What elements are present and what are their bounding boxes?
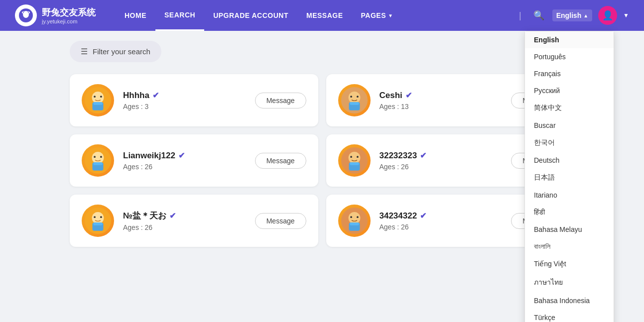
user-info-4: №盐＊天お ✔ Ages : 26 — [123, 210, 246, 231]
lang-option-id[interactable]: Bahasa Indonesia — [525, 292, 614, 309]
filter-icon: ☰ — [81, 47, 88, 56]
language-selector[interactable]: English ▲ — [552, 9, 592, 21]
language-dropdown: English Português Français Русский 简体中文 … — [524, 31, 614, 322]
lang-option-ko[interactable]: 한국어 — [525, 134, 614, 152]
svg-rect-15 — [350, 102, 359, 105]
lang-option-bn[interactable]: বাংলালি — [525, 238, 614, 255]
lang-option-fr[interactable]: Français — [525, 65, 614, 82]
filter-bar[interactable]: ☰ Filter your search — [70, 41, 161, 62]
nav-pages[interactable]: PAGES ▼ — [352, 0, 402, 31]
svg-point-10 — [94, 96, 96, 98]
svg-point-41 — [357, 216, 359, 218]
message-btn-4[interactable]: Message — [255, 213, 306, 229]
filter-label: Filter your search — [93, 47, 150, 56]
lang-option-de[interactable]: Deutsch — [525, 152, 614, 169]
svg-point-22 — [94, 156, 96, 158]
svg-point-29 — [357, 156, 359, 158]
lang-option-it[interactable]: Itariano — [525, 187, 614, 204]
logo[interactable]: 野兔交友系统 jy.yetukeji.com — [15, 4, 96, 26]
user-avatar-1 — [338, 84, 371, 116]
verified-icon-5: ✔ — [420, 211, 426, 220]
lang-chevron-icon: ▲ — [583, 13, 588, 18]
lang-option-tr[interactable]: Türkçe — [525, 309, 614, 322]
svg-point-16 — [350, 96, 352, 98]
message-btn-0[interactable]: Message — [255, 93, 306, 108]
lang-option-vi[interactable]: Tiếng Việt — [525, 255, 614, 272]
logo-icon — [15, 4, 37, 26]
user-age-0: Ages : 3 — [123, 103, 246, 110]
lang-option-ms[interactable]: Bahasa Melayu — [525, 221, 614, 238]
svg-point-19 — [92, 152, 104, 164]
pages-chevron-icon: ▼ — [388, 13, 393, 18]
user-name-4: №盐＊天お ✔ — [123, 210, 246, 221]
lang-option-ja[interactable]: 日本語 — [525, 169, 614, 187]
lang-option-en[interactable]: English — [525, 31, 614, 48]
svg-point-37 — [348, 212, 360, 224]
svg-rect-39 — [350, 222, 359, 225]
nav-search[interactable]: SEARCH — [155, 0, 204, 31]
user-avatar-3 — [338, 144, 371, 177]
lang-option-ru[interactable]: Русский — [525, 82, 614, 99]
verified-icon-0: ✔ — [152, 91, 159, 100]
user-age-3: Ages : 26 — [380, 163, 503, 171]
user-info-3: 32232323 ✔ Ages : 26 — [380, 151, 503, 171]
svg-point-4 — [23, 12, 24, 13]
navbar: 野兔交友系统 jy.yetukeji.com HOME SEARCH UPGRA… — [0, 0, 644, 31]
svg-point-23 — [100, 156, 102, 158]
nav-upgrade[interactable]: UPGRADE ACCOUNT — [204, 0, 297, 31]
lang-option-zhcn[interactable]: 简体中文 — [525, 99, 614, 117]
user-age-5: Ages : 26 — [380, 223, 503, 231]
nav-links: HOME SEARCH UPGRADE ACCOUNT MESSAGE PAGE… — [116, 0, 515, 31]
user-name-0: Hhhha ✔ — [123, 91, 246, 101]
svg-point-40 — [350, 216, 352, 218]
user-avatar-0 — [82, 84, 114, 116]
logo-title: 野兔交友系统 — [42, 6, 96, 18]
user-avatar[interactable]: 👤 — [598, 6, 617, 25]
user-card-2: Lianweikj122 ✔ Ages : 26 Message — [70, 134, 318, 187]
lang-option-es[interactable]: Buscar — [525, 117, 614, 134]
svg-point-28 — [350, 156, 352, 158]
user-avatar-2 — [82, 144, 114, 177]
verified-icon-4: ✔ — [169, 211, 176, 220]
user-name-2: Lianweikj122 ✔ — [123, 151, 246, 161]
svg-rect-27 — [350, 162, 359, 165]
lang-option-th[interactable]: ภาษาไทย — [525, 272, 614, 292]
lang-option-hi[interactable]: हिंडी — [525, 204, 614, 221]
svg-rect-9 — [93, 102, 102, 105]
lang-option-pt[interactable]: Português — [525, 48, 614, 65]
nav-home[interactable]: HOME — [116, 0, 155, 31]
user-age-4: Ages : 26 — [123, 223, 246, 231]
user-info-5: 34234322 ✔ Ages : 26 — [380, 211, 503, 231]
svg-point-34 — [94, 216, 96, 218]
svg-point-13 — [348, 92, 360, 104]
svg-rect-21 — [93, 162, 102, 165]
user-age-2: Ages : 26 — [123, 163, 246, 171]
logo-sub: jy.yetukeji.com — [42, 18, 96, 24]
svg-point-25 — [348, 152, 360, 164]
svg-point-35 — [100, 216, 102, 218]
search-icon[interactable]: 🔍 — [531, 8, 546, 23]
user-card-0: Hhhha ✔ Ages : 3 Message — [70, 74, 318, 126]
svg-point-17 — [357, 96, 359, 98]
nav-message[interactable]: MESSAGE — [297, 0, 352, 31]
svg-point-7 — [92, 92, 104, 104]
user-avatar-4 — [82, 205, 114, 237]
user-chevron-icon[interactable]: ▼ — [623, 12, 629, 19]
user-name-3: 32232323 ✔ — [380, 151, 503, 161]
nav-right: | 🔍 English ▲ 👤 ▼ — [515, 6, 629, 25]
svg-point-5 — [28, 12, 29, 13]
current-language: English — [556, 11, 582, 19]
user-info-1: Ceshi ✔ Ages : 13 — [380, 91, 503, 110]
user-avatar-icon: 👤 — [602, 10, 613, 21]
verified-icon-1: ✔ — [405, 91, 412, 100]
message-btn-2[interactable]: Message — [255, 153, 306, 169]
user-name-5: 34234322 ✔ — [380, 211, 503, 221]
user-avatar-5 — [338, 205, 371, 237]
user-age-1: Ages : 13 — [380, 103, 503, 110]
user-info-2: Lianweikj122 ✔ Ages : 26 — [123, 151, 246, 171]
logo-text: 野兔交友系统 jy.yetukeji.com — [42, 6, 96, 24]
user-card-4: №盐＊天お ✔ Ages : 26 Message — [70, 195, 318, 247]
users-grid: Hhhha ✔ Ages : 3 Message — [70, 74, 574, 247]
svg-point-31 — [92, 212, 104, 224]
svg-point-11 — [100, 96, 102, 98]
